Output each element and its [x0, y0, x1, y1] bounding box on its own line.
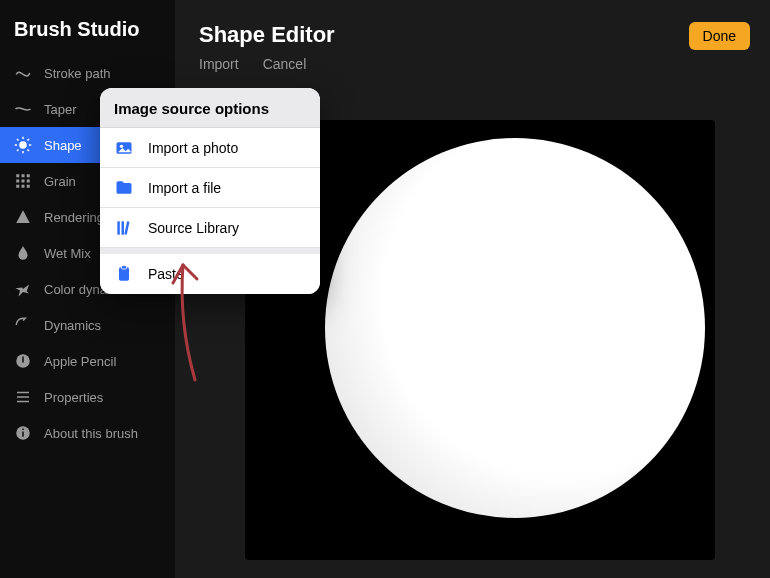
brush-shape-preview — [325, 138, 705, 518]
svg-rect-14 — [27, 180, 30, 183]
svg-rect-33 — [122, 266, 127, 269]
sidebar-item-apple-pencil[interactable]: Apple Pencil — [0, 343, 175, 379]
svg-rect-20 — [22, 357, 24, 363]
svg-rect-11 — [27, 174, 30, 177]
sidebar-item-label: Wet Mix — [44, 246, 91, 261]
svg-point-0 — [19, 141, 27, 149]
app-title: Brush Studio — [0, 18, 175, 55]
svg-rect-10 — [22, 174, 25, 177]
popover-item-label: Paste — [148, 266, 184, 282]
svg-rect-25 — [22, 432, 24, 437]
svg-rect-12 — [16, 180, 19, 183]
popover-item-import-file[interactable]: Import a file — [100, 168, 320, 208]
svg-line-7 — [17, 150, 19, 152]
editor-title: Shape Editor — [199, 22, 746, 48]
svg-rect-16 — [22, 185, 25, 188]
sidebar-item-about[interactable]: About this brush — [0, 415, 175, 451]
svg-line-8 — [28, 139, 30, 141]
sidebar-item-label: Properties — [44, 390, 103, 405]
svg-rect-31 — [124, 221, 129, 235]
svg-rect-13 — [22, 180, 25, 183]
popover-item-import-photo[interactable]: Import a photo — [100, 128, 320, 168]
taper-icon — [14, 100, 32, 118]
wetmix-icon — [14, 244, 32, 262]
svg-rect-26 — [22, 429, 24, 431]
sidebar-item-label: Rendering — [44, 210, 104, 225]
clipboard-icon — [114, 264, 134, 284]
path-icon — [14, 64, 32, 82]
sidebar-item-dynamics[interactable]: Dynamics — [0, 307, 175, 343]
properties-icon — [14, 388, 32, 406]
sidebar-item-label: Stroke path — [44, 66, 111, 81]
grain-icon — [14, 172, 32, 190]
library-icon — [114, 218, 134, 238]
popover-item-label: Source Library — [148, 220, 239, 236]
sidebar-item-stroke-path[interactable]: Stroke path — [0, 55, 175, 91]
sidebar-item-label: Dynamics — [44, 318, 101, 333]
popover-title: Image source options — [100, 88, 320, 128]
import-link[interactable]: Import — [199, 56, 239, 72]
folder-icon — [114, 178, 134, 198]
sidebar-item-label: About this brush — [44, 426, 138, 441]
rendering-icon — [14, 208, 32, 226]
image-source-popover: Image source options Import a photo Impo… — [100, 88, 320, 294]
shape-icon — [14, 136, 32, 154]
svg-marker-18 — [16, 210, 30, 223]
applepencil-icon — [14, 352, 32, 370]
popover-item-source-library[interactable]: Source Library — [100, 208, 320, 248]
popover-item-label: Import a file — [148, 180, 221, 196]
sidebar-item-properties[interactable]: Properties — [0, 379, 175, 415]
sidebar-item-label: Shape — [44, 138, 82, 153]
svg-rect-29 — [117, 221, 120, 234]
editor-header: Shape Editor Import Cancel — [175, 0, 770, 72]
popover-item-label: Import a photo — [148, 140, 238, 156]
info-icon — [14, 424, 32, 442]
done-button[interactable]: Done — [689, 22, 750, 50]
svg-line-6 — [28, 150, 30, 152]
sidebar-item-label: Apple Pencil — [44, 354, 116, 369]
svg-rect-17 — [27, 185, 30, 188]
cancel-link[interactable]: Cancel — [263, 56, 307, 72]
popover-item-paste[interactable]: Paste — [100, 254, 320, 294]
colordynamics-icon — [14, 280, 32, 298]
svg-rect-30 — [122, 221, 125, 234]
svg-point-28 — [120, 144, 123, 147]
sidebar-item-label: Grain — [44, 174, 76, 189]
sidebar-item-label: Taper — [44, 102, 77, 117]
svg-rect-9 — [16, 174, 19, 177]
svg-line-5 — [17, 139, 19, 141]
dynamics-icon — [14, 316, 32, 334]
photo-icon — [114, 138, 134, 158]
svg-rect-15 — [16, 185, 19, 188]
editor-subnav: Import Cancel — [199, 56, 746, 72]
